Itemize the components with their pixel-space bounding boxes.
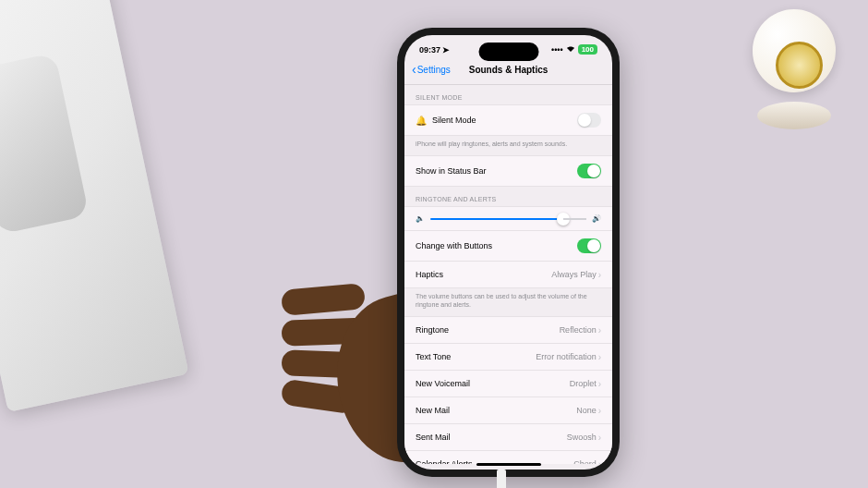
silent-mode-label: Silent Mode — [432, 116, 476, 125]
silent-mode-cell[interactable]: 🔔 Silent Mode — [404, 104, 612, 136]
change-buttons-cell[interactable]: Change with Buttons — [404, 231, 612, 262]
volume-slider[interactable] — [430, 218, 586, 220]
show-status-toggle[interactable] — [577, 164, 601, 178]
change-buttons-label: Change with Buttons — [416, 241, 492, 250]
show-status-bar-cell[interactable]: Show in Status Bar — [404, 155, 612, 187]
volume-slider-cell: 🔈 🔊 — [404, 206, 612, 231]
section-header-ringtone: RINGTONE AND ALERTS — [404, 187, 612, 206]
cell-label: Text Tone — [416, 352, 451, 361]
volume-low-icon: 🔈 — [416, 214, 425, 223]
chevron-right-icon: › — [598, 379, 601, 389]
phone-screen: 09:37 ➤ •••• 100 ‹ Settings Sounds & Hap… — [404, 35, 612, 470]
section-header-silent: SILENT MODE — [404, 85, 612, 104]
back-label: Settings — [417, 65, 451, 75]
chevron-right-icon: › — [598, 433, 601, 443]
cell-label: New Voicemail — [416, 379, 470, 388]
dynamic-island — [478, 43, 538, 61]
sent-mail-cell[interactable]: Sent Mail Swoosh› — [404, 424, 612, 451]
text-tone-cell[interactable]: Text Tone Error notification› — [404, 344, 612, 371]
status-time: 09:37 — [419, 45, 440, 55]
cell-label: Ringtone — [416, 325, 449, 335]
silent-footer: iPhone will play ringtones, alerts and s… — [404, 136, 612, 155]
page-title: Sounds & Haptics — [469, 65, 549, 75]
cell-value: Chord — [573, 459, 597, 464]
haptics-label: Haptics — [416, 270, 443, 279]
calendar-alerts-cell[interactable]: Calendar Alerts Chord› — [404, 451, 612, 464]
ringtone-footer: The volume buttons can be used to adjust… — [404, 288, 612, 316]
phone-frame: 09:37 ➤ •••• 100 ‹ Settings Sounds & Hap… — [397, 28, 620, 477]
cell-value: Swoosh — [567, 433, 597, 442]
haptics-value: Always Play — [551, 270, 597, 279]
chevron-right-icon: › — [598, 406, 601, 416]
battery-badge: 100 — [578, 44, 597, 55]
haptics-cell[interactable]: Haptics Always Play › — [404, 262, 612, 288]
bell-icon: 🔔 — [416, 116, 427, 126]
cell-label: Sent Mail — [416, 433, 451, 442]
new-mail-cell[interactable]: New Mail None› — [404, 397, 612, 424]
slider-thumb[interactable] — [557, 213, 570, 226]
cell-label: Calendar Alerts — [416, 459, 473, 464]
change-buttons-toggle[interactable] — [577, 238, 601, 253]
iphone-box-prop — [0, 0, 189, 412]
cell-value: Reflection — [560, 325, 597, 335]
chevron-right-icon: › — [598, 270, 601, 280]
settings-content[interactable]: SILENT MODE 🔔 Silent Mode iPhone will pl… — [404, 85, 612, 464]
location-icon: ➤ — [442, 45, 450, 55]
back-button[interactable]: ‹ Settings — [412, 62, 451, 77]
ringtone-cell[interactable]: Ringtone Reflection› — [404, 316, 612, 344]
voicemail-cell[interactable]: New Voicemail Droplet› — [404, 371, 612, 397]
charging-cable — [497, 470, 506, 488]
silent-mode-toggle[interactable] — [577, 113, 601, 128]
cell-value: Droplet — [570, 379, 597, 388]
chevron-right-icon: › — [598, 459, 601, 464]
volume-high-icon: 🔊 — [592, 214, 601, 223]
show-status-label: Show in Status Bar — [416, 166, 487, 176]
cell-label: New Mail — [416, 406, 450, 415]
chevron-left-icon: ‹ — [412, 62, 416, 77]
chevron-right-icon: › — [598, 352, 601, 362]
home-indicator[interactable] — [476, 463, 541, 466]
signal-icon: •••• — [551, 45, 563, 55]
cell-value: None — [576, 406, 597, 415]
chevron-right-icon: › — [598, 325, 601, 336]
wifi-icon — [566, 45, 575, 55]
cell-value: Error notification — [536, 352, 597, 361]
sounds-list: Ringtone Reflection› Text Tone Error not… — [404, 316, 612, 464]
clock-prop — [748, 9, 840, 129]
